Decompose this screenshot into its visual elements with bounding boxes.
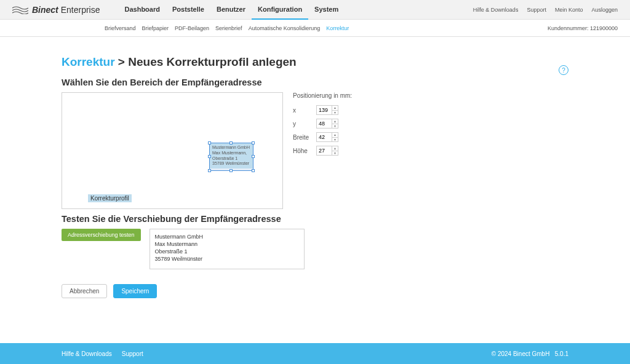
- subnav-pdf[interactable]: PDF-Beilagen: [175, 25, 209, 31]
- pos-x-label: x: [293, 107, 311, 114]
- addr-l3: Oberstraße 1: [155, 248, 299, 255]
- pos-row-y: y ▲▼: [293, 119, 352, 129]
- pos-row-breite: Breite ▲▼: [293, 132, 352, 142]
- topbar: Binect Enterprise Dashboard Poststelle B…: [0, 0, 630, 20]
- sel-addr-l4: 35789 Weilmünster: [212, 161, 250, 167]
- sel-addr-l1: Mustermann GmbH: [212, 145, 250, 151]
- resize-handle-br[interactable]: [252, 169, 255, 172]
- profile-highlight: Korrekturprofil: [88, 194, 132, 202]
- test-button[interactable]: Adressverschiebung testen: [62, 229, 141, 241]
- kundennummer-value: 121900000: [590, 25, 618, 31]
- brand-text: Binect Enterprise: [32, 5, 100, 15]
- subnav-briefpapier[interactable]: Briefpapier: [142, 25, 169, 31]
- test-row: Adressverschiebung testen Mustermann Gmb…: [62, 229, 630, 269]
- subnav-briefversand[interactable]: Briefversand: [105, 25, 136, 31]
- nav-konfiguration[interactable]: Konfiguration: [252, 0, 308, 20]
- sel-addr-l3: Oberstraße 1: [212, 156, 250, 162]
- resize-handle-mr[interactable]: [252, 155, 255, 158]
- pos-x-down[interactable]: ▼: [332, 111, 338, 115]
- pos-hoehe-down[interactable]: ▼: [332, 151, 338, 156]
- selection-box[interactable]: Mustermann GmbH Max Mustermann, Oberstra…: [209, 143, 253, 171]
- sel-addr-l2: Max Mustermann,: [212, 151, 250, 156]
- pos-row-x: x ▲▼: [293, 105, 352, 115]
- resize-handle-bl[interactable]: [208, 169, 211, 172]
- breadcrumb-link[interactable]: Korrektur: [62, 55, 115, 68]
- subbar: Briefversand Briefpapier PDF-Beilagen Se…: [0, 20, 630, 37]
- pos-x-up[interactable]: ▲: [332, 106, 338, 111]
- pos-y-up[interactable]: ▲: [332, 119, 338, 124]
- pos-breite-up[interactable]: ▲: [332, 133, 338, 138]
- breadcrumb-current: Neues Korrekturprofil anlegen: [128, 55, 296, 68]
- positioning-title: Positionierung in mm:: [293, 92, 352, 99]
- pos-hoehe-up[interactable]: ▲: [332, 146, 338, 151]
- content: ? Korrektur > Neues Korrekturprofil anle…: [0, 37, 630, 323]
- main-nav: Dashboard Poststelle Benutzer Konfigurat…: [119, 0, 345, 20]
- cancel-button[interactable]: Abbrechen: [62, 284, 107, 298]
- pos-hoehe-input[interactable]: [317, 146, 332, 155]
- selection-address: Mustermann GmbH Max Mustermann, Oberstra…: [210, 143, 253, 168]
- brand-logo[interactable]: Binect Enterprise: [12, 5, 100, 15]
- pos-y-spinner[interactable]: ▲▼: [316, 119, 338, 129]
- pos-x-spinner[interactable]: ▲▼: [316, 105, 338, 115]
- nav-dashboard[interactable]: Dashboard: [119, 0, 166, 20]
- section1-heading: Wählen Sie den Bereich der Empfängeradre…: [62, 77, 630, 87]
- resize-handle-tl[interactable]: [208, 141, 211, 144]
- resize-handle-ml[interactable]: [208, 155, 211, 158]
- link-hilfe[interactable]: Hilfe & Downloads: [473, 7, 519, 13]
- addr-l2: Max Mustermann: [155, 240, 299, 248]
- pos-row-hoehe: Höhe ▲▼: [293, 146, 352, 156]
- pos-hoehe-label: Höhe: [293, 148, 311, 154]
- resize-handle-tr[interactable]: [252, 141, 255, 144]
- pos-y-label: y: [293, 121, 311, 127]
- link-ausloggen[interactable]: Ausloggen: [591, 7, 618, 13]
- pos-x-input[interactable]: [317, 106, 332, 114]
- link-support[interactable]: Support: [527, 7, 546, 13]
- nav-benutzer[interactable]: Benutzer: [210, 0, 252, 20]
- nav-poststelle[interactable]: Poststelle: [166, 0, 210, 20]
- addr-l1: Mustermann GmbH: [155, 233, 299, 240]
- area-row: Mustermann GmbH Max Mustermann, Oberstra…: [62, 92, 630, 209]
- pos-breite-input[interactable]: [317, 133, 332, 141]
- pos-breite-down[interactable]: ▼: [332, 138, 338, 142]
- addr-l4: 35789 Weilmünster: [155, 255, 299, 263]
- page-title: Korrektur > Neues Korrekturprofil anlege…: [62, 55, 630, 69]
- kundennummer: Kundennummer: 121900000: [548, 25, 618, 31]
- save-button[interactable]: Speichern: [113, 284, 157, 298]
- breadcrumb-sep: >: [115, 55, 129, 68]
- nav-system[interactable]: System: [308, 0, 345, 20]
- subnav-korrektur[interactable]: Korrektur: [326, 25, 349, 31]
- subnav-serienbrief[interactable]: Serienbrief: [215, 25, 242, 31]
- pos-y-input[interactable]: [317, 119, 332, 128]
- link-konto[interactable]: Mein Konto: [555, 7, 583, 13]
- pos-breite-label: Breite: [293, 134, 311, 141]
- address-display: Mustermann GmbH Max Mustermann Oberstraß…: [150, 229, 305, 269]
- actions-row: Abbrechen Speichern: [62, 284, 630, 298]
- subnav-auto[interactable]: Automatische Konsolidierung: [249, 25, 321, 31]
- sub-nav: Briefversand Briefpapier PDF-Beilagen Se…: [105, 25, 349, 31]
- preview-box[interactable]: Mustermann GmbH Max Mustermann, Oberstra…: [62, 92, 283, 209]
- pos-y-down[interactable]: ▼: [332, 124, 338, 129]
- resize-handle-tm[interactable]: [229, 141, 233, 144]
- logo-icon: [12, 6, 28, 14]
- test-section: Testen Sie die Verschiebung der Empfänge…: [62, 214, 630, 269]
- help-icon[interactable]: ?: [559, 65, 568, 75]
- topbar-right: Hilfe & Downloads Support Mein Konto Aus…: [473, 7, 618, 13]
- pos-breite-spinner[interactable]: ▲▼: [316, 132, 338, 142]
- pos-hoehe-spinner[interactable]: ▲▼: [316, 146, 338, 156]
- section2-heading: Testen Sie die Verschiebung der Empfänge…: [62, 214, 630, 224]
- positioning-panel: Positionierung in mm: x ▲▼ y ▲▼ Breite: [293, 92, 352, 159]
- resize-handle-bm[interactable]: [229, 169, 233, 172]
- kundennummer-label: Kundennummer:: [548, 25, 590, 31]
